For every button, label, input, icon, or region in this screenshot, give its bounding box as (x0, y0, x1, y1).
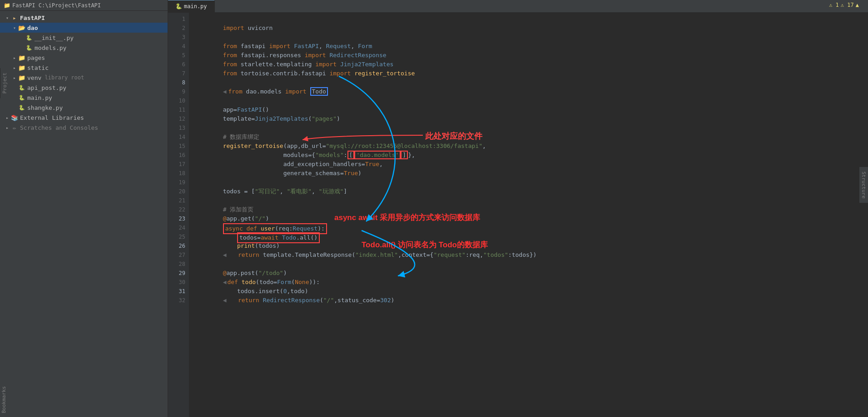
no-arrow4 (11, 94, 18, 101)
python-icon-init: 🐍 (25, 34, 33, 41)
api-post-label: api_post.py (27, 84, 66, 91)
sidebar-title: FastAPI C:\iProject\FastAPI (12, 2, 101, 9)
tree-item-external[interactable]: 📚 External Libraries (0, 113, 168, 123)
ln-22: 22 (168, 205, 185, 214)
ln-24: 24 (168, 223, 185, 232)
editor-area: 🐍 main.py ⚠ 1 ⚠ 17 ▲ 1 2 3 4 5 6 7 8 9 1… (168, 0, 868, 417)
arrow-pages (11, 54, 18, 61)
arrow-venv (11, 74, 18, 81)
ln-17: 17 (168, 160, 185, 169)
project-tab[interactable]: Project (0, 68, 9, 98)
info-count: ⚠ 17 (841, 2, 854, 8)
editor-content: 1 2 3 4 5 6 7 8 9 10 11 12 13 14 15 16 1… (168, 13, 868, 417)
structure-tab[interactable]: Structure (859, 167, 868, 203)
sidebar: 📁 FastAPI C:\iProject\FastAPI ▸ FastAPI … (0, 0, 168, 417)
ln-9: 9 (168, 87, 185, 96)
editor-tabs: 🐍 main.py ⚠ 1 ⚠ 17 ▲ (168, 0, 868, 13)
warning-count: ⚠ 1 (829, 2, 839, 8)
no-arrow5 (11, 104, 18, 111)
ln-1: 1 (168, 15, 185, 24)
no-arrow2 (18, 44, 25, 51)
ln-8: 8 (168, 78, 185, 87)
tree-item-models[interactable]: 🐍 models.py (0, 43, 168, 53)
code-line-4: from fastapi.responses import RedirectRe… (194, 42, 868, 51)
dao-label: dao (27, 25, 38, 31)
code-line-15: modules={"models":['dao.models']}, (194, 142, 868, 151)
ln-4: 4 (168, 42, 185, 51)
ln-13: 13 (168, 123, 185, 132)
code-line-21: # 添加首页 (194, 196, 868, 205)
ln-7: 7 (168, 69, 185, 78)
code-line-18 (194, 169, 868, 178)
no-arrow (18, 34, 25, 41)
arrow-external (4, 114, 11, 121)
tree-item-static[interactable]: 📁 static (0, 63, 168, 73)
static-label: static (27, 64, 49, 71)
code-line-8: ◀from dao.models import Todo (194, 78, 868, 87)
tree-item-pages[interactable]: 📁 pages (0, 53, 168, 63)
code-line-29: ◀def todo(todo=Form(None)): (194, 269, 868, 278)
code-line-10: app=FastAPI() (194, 96, 868, 105)
code-line-20 (194, 187, 868, 196)
scratches-icon: ✏️ (11, 124, 18, 131)
scratches-label: Scratches and Consoles (20, 124, 98, 131)
shangke-label: shangke.py (27, 104, 63, 111)
chevron-up[interactable]: ▲ (856, 2, 859, 8)
ln-29: 29 (168, 269, 185, 278)
tree-item-main[interactable]: 🐍 main.py (0, 93, 168, 103)
fastapi-label: FastAPI (20, 15, 45, 21)
ln-31: 31 (168, 287, 185, 296)
code-line-26: ◀ return template.TemplateResponse("inde… (194, 241, 868, 250)
tree-item-api-post[interactable]: 🐍 api_post.py (0, 83, 168, 93)
code-area[interactable]: import uvicorn from fastapi import FastA… (189, 13, 868, 417)
project-icon: 📁 (4, 2, 10, 9)
arrow-scratches (4, 124, 11, 131)
python-icon-models: 🐍 (25, 44, 33, 51)
static-folder-icon: 📁 (18, 64, 25, 71)
tree-item-dao[interactable]: 📂 dao (0, 23, 168, 33)
models-label: models.py (35, 44, 66, 51)
ln-28: 28 (168, 260, 185, 269)
code-line-9 (194, 87, 868, 96)
code-line-12 (194, 114, 868, 123)
ln-26: 26 (168, 241, 185, 250)
ln-32: 32 (168, 296, 185, 305)
code-line-25: print(todos) (194, 232, 868, 241)
ln-10: 10 (168, 96, 185, 105)
venv-label: venv (27, 74, 41, 81)
code-line-17: generate_schemas=True) (194, 160, 868, 169)
init-label: __init__.py (35, 34, 74, 41)
code-line-1: import uvicorn (194, 15, 868, 24)
tree-item-shangke[interactable]: 🐍 shangke.py (0, 103, 168, 113)
venv-folder-icon: 📁 (18, 74, 25, 81)
ln-3: 3 (168, 33, 185, 42)
code-line-27 (194, 250, 868, 260)
python-icon-api: 🐍 (18, 84, 25, 91)
ln-23: 23 (168, 214, 185, 223)
code-line-5: from starlette.templating import Jinja2T… (194, 51, 868, 60)
ln-15: 15 (168, 142, 185, 151)
ln-5: 5 (168, 51, 185, 60)
structure-label: Structure (861, 172, 867, 199)
ln-20: 20 (168, 187, 185, 196)
tree-item-venv[interactable]: 📁 venv library root (0, 73, 168, 83)
python-icon-shangke: 🐍 (18, 104, 25, 111)
python-icon-main: 🐍 (18, 94, 25, 101)
code-line-23: async def user(req:Request): (194, 214, 868, 223)
ln-2: 2 (168, 24, 185, 33)
tab-main-py[interactable]: 🐍 main.py (168, 0, 215, 12)
warning-bar: ⚠ 1 ⚠ 17 ▲ (829, 2, 859, 8)
code-line-22: @app.get("/") (194, 205, 868, 214)
code-line-24: todos=await Todo.all() (194, 223, 868, 232)
code-line-14: register_tortoise(app,db_url="mysql://ro… (194, 132, 868, 142)
ln-21: 21 (168, 196, 185, 205)
tree-item-scratches[interactable]: ✏️ Scratches and Consoles (0, 123, 168, 132)
dao-folder-icon: 📂 (18, 24, 25, 31)
tree-item-init[interactable]: 🐍 __init__.py (0, 33, 168, 43)
line-numbers: 1 2 3 4 5 6 7 8 9 10 11 12 13 14 15 16 1… (168, 13, 189, 417)
code-line-6: from tortoise.contrib.fastapi import reg… (194, 60, 868, 69)
tree-item-fastapi[interactable]: ▸ FastAPI (0, 13, 168, 23)
code-line-16: add_exception_handlers=True, (194, 151, 868, 160)
project-folder-icon: ▸ (11, 14, 18, 21)
code-line-19: todos = ["写日记", "看电影", "玩游戏"] (194, 178, 868, 187)
